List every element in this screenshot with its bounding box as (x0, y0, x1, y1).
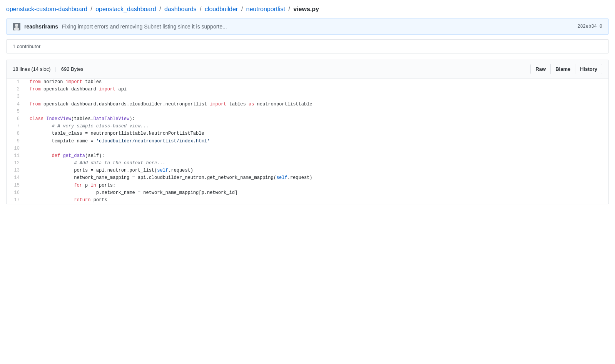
table-row: 11 def get_data(self): (7, 152, 608, 160)
file-actions: Raw Blame History (530, 64, 602, 74)
stat-separator: | (55, 66, 61, 72)
breadcrumb-sep-2: / (200, 6, 203, 12)
svg-point-1 (15, 24, 18, 27)
table-row: 6class IndexView(tables.DataTableView): (7, 115, 608, 123)
line-number: 3 (7, 93, 26, 100)
line-number: 16 (7, 189, 26, 197)
line-code: for p in ports: (26, 182, 608, 189)
breadcrumb-current: views.py (293, 6, 319, 12)
breadcrumb-part-2[interactable]: cloudbuilder (205, 6, 238, 12)
table-row: 15 for p in ports: (7, 182, 608, 189)
line-code: template_name = 'cloudbuilder/neutronpor… (26, 138, 608, 145)
line-code: ports = api.neutron.port_list(self.reque… (26, 167, 608, 174)
line-number: 4 (7, 101, 26, 108)
svg-point-2 (14, 27, 19, 30)
line-code (26, 93, 608, 100)
commit-bar: reachsrirams Fixing import errors and re… (6, 18, 609, 35)
raw-button[interactable]: Raw (530, 64, 551, 74)
code-view: 1from horizon import tables2from opensta… (6, 78, 609, 204)
line-number: 11 (7, 152, 26, 160)
line-number: 2 (7, 86, 26, 93)
breadcrumb-sep-3: / (241, 6, 245, 12)
file-lines-stat: 18 lines (14 sloc) (13, 66, 55, 72)
commit-hash: 282eb34 0 (577, 24, 602, 29)
table-row: 16 p.network_name = network_name_mapping… (7, 189, 608, 197)
table-row: 10 (7, 145, 608, 152)
table-row: 13 ports = api.neutron.port_list(self.re… (7, 167, 608, 174)
line-number: 10 (7, 145, 26, 152)
line-code: network_name_mapping = api.cloudbuilder_… (26, 174, 608, 182)
line-number: 8 (7, 130, 26, 137)
commit-author[interactable]: reachsrirams (24, 23, 58, 30)
file-size-stat: 692 Bytes (61, 66, 88, 72)
line-code: from openstack_dashboard import api (26, 86, 608, 93)
table-row: 17 return ports (7, 197, 608, 204)
table-row: 8 table_class = neutronportlisttable.Neu… (7, 130, 608, 137)
line-number: 1 (7, 78, 26, 86)
blame-button[interactable]: Blame (551, 64, 575, 74)
line-code (26, 145, 608, 152)
table-row: 12 # Add data to the context here... (7, 160, 608, 167)
breadcrumb: openstack-custom-dashboard / openstack_d… (0, 0, 615, 18)
table-row: 7 # A very simple class-based view... (7, 123, 608, 130)
line-code: # Add data to the context here... (26, 160, 608, 167)
line-code (26, 108, 608, 115)
breadcrumb-part-1[interactable]: dashboards (164, 6, 197, 12)
line-number: 6 (7, 115, 26, 123)
table-row: 2from openstack_dashboard import api (7, 86, 608, 93)
line-code: from openstack_dashboard.dashboards.clou… (26, 101, 608, 108)
file-info-bar: 18 lines (14 sloc) | 692 Bytes Raw Blame… (6, 60, 609, 78)
breadcrumb-sep-4: / (288, 6, 292, 12)
line-number: 7 (7, 123, 26, 130)
line-number: 9 (7, 138, 26, 145)
file-stats: 18 lines (14 sloc) | 692 Bytes (13, 66, 88, 72)
breadcrumb-part-3[interactable]: neutronportlist (246, 6, 285, 12)
breadcrumb-sep-0: / (90, 6, 94, 12)
line-number: 17 (7, 197, 26, 204)
breadcrumb-part-0[interactable]: openstack_dashboard (95, 6, 156, 12)
commit-message: Fixing import errors and removing Subnet… (62, 23, 227, 30)
line-code: p.network_name = network_name_mapping[p.… (26, 189, 608, 197)
table-row: 5 (7, 108, 608, 115)
line-number: 14 (7, 174, 26, 182)
contributor-count: 1 contributor (13, 43, 40, 49)
contributor-bar: 1 contributor (6, 39, 609, 53)
line-number: 15 (7, 182, 26, 189)
line-number: 13 (7, 167, 26, 174)
table-row: 4from openstack_dashboard.dashboards.clo… (7, 101, 608, 108)
line-code: from horizon import tables (26, 78, 608, 86)
table-row: 1from horizon import tables (7, 78, 608, 86)
line-code: table_class = neutronportlisttable.Neutr… (26, 130, 608, 137)
breadcrumb-repo[interactable]: openstack-custom-dashboard (6, 6, 87, 12)
commit-bar-left: reachsrirams Fixing import errors and re… (13, 23, 227, 30)
avatar (13, 23, 20, 30)
line-code: def get_data(self): (26, 152, 608, 160)
line-number: 12 (7, 160, 26, 167)
line-code: # A very simple class-based view... (26, 123, 608, 130)
line-code: class IndexView(tables.DataTableView): (26, 115, 608, 123)
table-row: 3 (7, 93, 608, 100)
breadcrumb-sep-1: / (159, 6, 163, 12)
table-row: 14 network_name_mapping = api.cloudbuild… (7, 174, 608, 182)
history-button[interactable]: History (575, 64, 602, 74)
table-row: 9 template_name = 'cloudbuilder/neutronp… (7, 138, 608, 145)
line-number: 5 (7, 108, 26, 115)
line-code: return ports (26, 197, 608, 204)
code-table: 1from horizon import tables2from opensta… (7, 78, 608, 204)
